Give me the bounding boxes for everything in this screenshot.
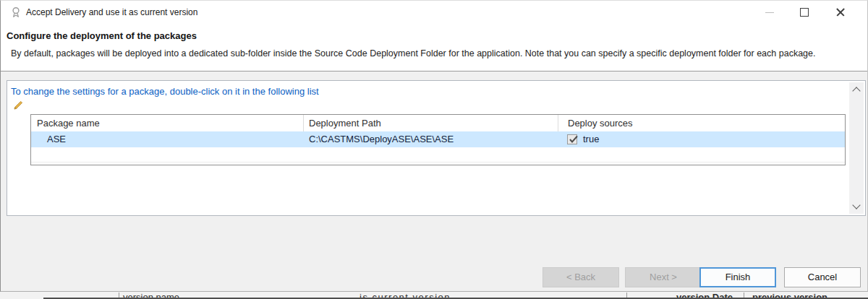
packages-table[interactable]: Package name Deployment Path Deploy sour… — [30, 114, 846, 165]
column-header-deploy-sources[interactable]: Deploy sources — [568, 118, 633, 129]
package-name-cell: ASE — [47, 134, 66, 144]
table-header-row: Package name Deployment Path Deploy sour… — [31, 115, 845, 131]
cancel-button[interactable]: Cancel — [784, 267, 861, 287]
checkmark-icon — [568, 134, 579, 145]
wizard-page-title: Configure the deployment of the packages — [7, 30, 197, 41]
vertical-scrollbar[interactable] — [849, 82, 864, 214]
close-icon — [835, 12, 846, 13]
dialog-header-area: Accept Delivery and use it as current ve… — [1, 1, 867, 72]
table-row-empty[interactable] — [31, 147, 845, 162]
back-button[interactable]: < Back — [542, 267, 619, 287]
accept-delivery-dialog: Accept Delivery and use it as current ve… — [0, 0, 868, 292]
scroll-down-icon[interactable] — [852, 201, 860, 209]
ribbon-award-icon — [10, 6, 22, 18]
table-row-empty — [31, 162, 845, 165]
minimize-icon — [765, 12, 774, 13]
wizard-page-description: By default, packages will be deployed in… — [11, 48, 815, 58]
deploy-sources-checkbox[interactable] — [567, 134, 577, 144]
maximize-icon — [800, 8, 809, 17]
pencil-icon — [12, 99, 25, 111]
titlebar[interactable]: Accept Delivery and use it as current ve… — [1, 1, 867, 24]
screen: version name is current version version … — [0, 0, 868, 299]
minimize-button[interactable] — [753, 1, 786, 23]
maximize-button[interactable] — [788, 1, 821, 23]
column-header-deployment-path[interactable]: Deployment Path — [309, 118, 381, 129]
deployment-path-cell: C:\CASTMS\DeployASE\ASE\ASE — [309, 134, 454, 144]
column-header-package-name[interactable]: Package name — [37, 118, 100, 129]
table-row-ase-selected[interactable]: ASE C:\CASTMS\DeployASE\ASE\ASE true — [31, 131, 845, 147]
deploy-sources-value: true — [583, 134, 599, 144]
background-window-strip: version name is current version version … — [0, 292, 868, 299]
scroll-up-icon[interactable] — [852, 87, 860, 95]
deployment-settings-panel: To change the settings for a package, do… — [7, 80, 866, 216]
finish-button[interactable]: Finish — [699, 267, 776, 287]
window-title: Accept Delivery and use it as current ve… — [26, 7, 197, 17]
close-button[interactable] — [824, 1, 857, 23]
next-button[interactable]: Next > — [625, 267, 702, 287]
double-click-hint: To change the settings for a package, do… — [11, 86, 319, 97]
